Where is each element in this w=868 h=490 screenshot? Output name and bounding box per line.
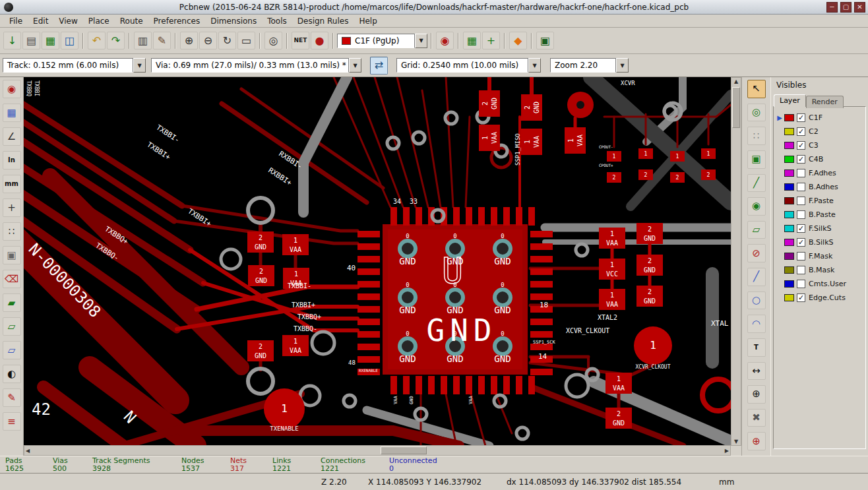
- layer-row-f-silks[interactable]: ✓F.SilkS: [774, 222, 865, 235]
- footprint-editor-icon[interactable]: ▦: [42, 32, 59, 49]
- maximize-button[interactable]: ▢: [840, 2, 852, 13]
- cursor-shape-icon[interactable]: +: [3, 199, 21, 217]
- zoom-fit-icon[interactable]: ▭: [237, 32, 255, 49]
- layer-color-swatch[interactable]: [784, 280, 794, 288]
- layer-row-c1f[interactable]: ▶✓C1F: [774, 111, 865, 125]
- layer-selector-dropdown-button[interactable]: ▼: [415, 34, 427, 48]
- close-button[interactable]: ✕: [854, 2, 865, 13]
- zoom-out-icon[interactable]: ⊖: [199, 32, 217, 49]
- via-size-selector[interactable]: Via: 0.69 mm (27.0 mils)/ 0.33 mm (13.0 …: [151, 58, 349, 73]
- layer-row-b-adhes[interactable]: B.Adhes: [774, 180, 865, 194]
- footprint-mode-icon[interactable]: ▦: [463, 32, 481, 49]
- layer-row-cmts-user[interactable]: Cmts.User: [774, 277, 865, 291]
- layer-color-swatch[interactable]: [784, 253, 794, 260]
- layer-checkbox-f-mask[interactable]: [797, 252, 805, 260]
- save-board-icon[interactable]: ↓: [3, 32, 21, 49]
- layer-checkbox-b-adhes[interactable]: [797, 183, 805, 191]
- grid-visibility-icon[interactable]: ▦: [3, 104, 21, 122]
- zoom-selector[interactable]: Zoom 2.20: [550, 58, 616, 73]
- zoom-redraw-icon[interactable]: ↻: [218, 32, 236, 49]
- tab-layer[interactable]: Layer: [774, 94, 806, 107]
- vertical-scrollbar[interactable]: ▲ ▼: [731, 77, 741, 446]
- local-ratsnest-icon[interactable]: ∷: [747, 127, 766, 145]
- track-width-dropdown-button[interactable]: ▼: [133, 58, 146, 73]
- add-keepout-icon[interactable]: ⊘: [747, 244, 766, 262]
- footprint-viewer-icon[interactable]: ◫: [61, 32, 78, 49]
- auto-delete-track-icon[interactable]: ⌫: [3, 270, 21, 288]
- layer-row-c3[interactable]: ✓C3: [774, 138, 865, 152]
- layer-pair-icon[interactable]: ◉: [436, 32, 454, 49]
- track-width-selector[interactable]: Track: 0.152 mm (6.00 mils): [3, 58, 133, 73]
- menu-item-route[interactable]: Route: [115, 15, 148, 27]
- layer-color-swatch[interactable]: [784, 142, 794, 149]
- tab-render[interactable]: Render: [806, 96, 844, 108]
- select-tool-icon[interactable]: ↖: [747, 80, 766, 98]
- high-contrast-icon[interactable]: ◐: [3, 365, 21, 383]
- zoom-dropdown-button[interactable]: ▼: [616, 58, 629, 73]
- layer-checkbox-f-silks[interactable]: ✓: [797, 224, 805, 233]
- zoom-in-icon[interactable]: ⊕: [180, 32, 198, 49]
- layer-color-swatch[interactable]: [784, 156, 794, 163]
- plot-icon[interactable]: ✎: [153, 32, 171, 49]
- scroll-up-icon[interactable]: ▲: [734, 78, 738, 84]
- net-highlight-icon[interactable]: ◎: [747, 104, 766, 122]
- menu-item-help[interactable]: Help: [354, 15, 382, 27]
- vertical-scrollbar-thumb[interactable]: [732, 87, 740, 128]
- units-inch-icon[interactable]: In: [3, 151, 21, 169]
- layer-row-f-adhes[interactable]: F.Adhes: [774, 166, 865, 180]
- zones-outline-icon[interactable]: ▱: [3, 341, 21, 359]
- layer-color-swatch[interactable]: [784, 114, 794, 121]
- track-mode-icon[interactable]: +: [482, 32, 500, 49]
- layer-color-swatch[interactable]: [784, 294, 794, 301]
- add-graphic-arc-icon[interactable]: ◠: [747, 315, 766, 333]
- add-graphic-line-icon[interactable]: ╱: [747, 268, 766, 286]
- layer-checkbox-b-mask[interactable]: [797, 266, 805, 274]
- layer-checkbox-c1f[interactable]: ✓: [797, 113, 805, 122]
- layer-color-swatch[interactable]: [784, 183, 794, 191]
- menu-item-tools[interactable]: Tools: [262, 15, 292, 27]
- add-dimension-icon[interactable]: ↔: [747, 362, 766, 381]
- find-icon[interactable]: ◎: [264, 32, 282, 49]
- drc-icon[interactable]: ●: [311, 32, 328, 49]
- fast-route-icon[interactable]: ◆: [509, 32, 527, 49]
- scroll-left-icon[interactable]: ◀: [26, 448, 30, 454]
- menu-item-view[interactable]: View: [53, 15, 82, 27]
- title-bar[interactable]: Pcbnew (2015-06-24 BZR 5814)-product /ho…: [0, 0, 868, 15]
- layer-row-b-paste[interactable]: B.Paste: [774, 208, 865, 222]
- layer-row-b-silks[interactable]: ✓B.SilkS: [774, 235, 865, 249]
- layer-checkbox-c3[interactable]: ✓: [797, 141, 805, 150]
- layer-checkbox-c2[interactable]: ✓: [797, 127, 805, 136]
- layer-row-c4b[interactable]: ✓C4B: [774, 152, 865, 166]
- footprint-ratsnest-icon[interactable]: ▣: [3, 246, 21, 264]
- layer-row-b-mask[interactable]: B.Mask: [774, 263, 865, 277]
- netlist-icon[interactable]: NET: [292, 32, 309, 49]
- layer-color-swatch[interactable]: [784, 211, 794, 218]
- add-track-icon[interactable]: ╱: [747, 174, 766, 193]
- layer-color-swatch[interactable]: [784, 225, 794, 232]
- drill-origin-icon[interactable]: ⊕: [747, 432, 766, 450]
- layer-color-swatch[interactable]: [784, 169, 794, 177]
- ratsnest-visibility-icon[interactable]: ∷: [3, 222, 21, 241]
- via-size-dropdown-button[interactable]: ▼: [349, 58, 361, 73]
- add-footprint-icon[interactable]: ▣: [747, 150, 766, 169]
- layer-row-f-mask[interactable]: F.Mask: [774, 249, 865, 263]
- zones-show-icon[interactable]: ▰: [3, 293, 21, 312]
- microwave-tools-icon[interactable]: ≡: [3, 412, 21, 431]
- layer-checkbox-b-silks[interactable]: ✓: [797, 238, 805, 247]
- horizontal-scrollbar[interactable]: ◀ ▶: [24, 445, 731, 456]
- layer-checkbox-f-adhes[interactable]: [797, 169, 805, 177]
- add-graphic-circle-icon[interactable]: ○: [747, 291, 766, 310]
- print-icon[interactable]: ▥: [134, 32, 152, 49]
- add-target-icon[interactable]: ⊕: [747, 385, 766, 404]
- add-via-icon[interactable]: ◉: [747, 197, 766, 216]
- redo-icon[interactable]: ↷: [107, 32, 125, 49]
- add-zone-icon[interactable]: ▱: [747, 221, 766, 239]
- layer-checkbox-c4b[interactable]: ✓: [797, 155, 805, 164]
- pcb-canvas[interactable]: 2GND1VAA2GND1VAA2GND1VAA1VAA2GND1VCC2GND…: [24, 77, 731, 446]
- add-text-icon[interactable]: T: [747, 338, 766, 357]
- layer-row-c2[interactable]: ✓C2: [774, 125, 865, 138]
- layer-row-edge-cuts[interactable]: ✓Edge.Cuts: [774, 291, 865, 305]
- menu-item-place[interactable]: Place: [83, 15, 115, 27]
- layer-color-swatch[interactable]: [784, 239, 794, 246]
- polar-coords-icon[interactable]: ∠: [3, 127, 21, 146]
